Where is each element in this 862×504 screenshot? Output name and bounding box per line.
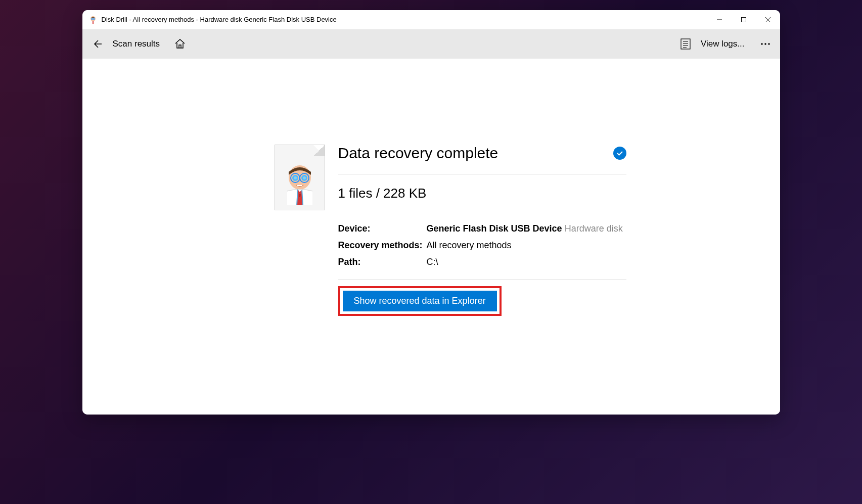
toolbar-right: View logs... xyxy=(680,38,771,50)
result-body: Data recovery complete 1 files / 228 KB … xyxy=(338,145,626,415)
detail-row-device: Device: Generic Flash Disk USB Device Ha… xyxy=(338,220,626,237)
app-icon xyxy=(88,15,98,24)
toolbar: Scan results View logs... xyxy=(82,29,780,59)
titlebar: Disk Drill - All recovery methods - Hard… xyxy=(82,10,780,29)
result-title: Data recovery complete xyxy=(338,145,498,162)
window-title: Disk Drill - All recovery methods - Hard… xyxy=(102,16,707,23)
app-window: Disk Drill - All recovery methods - Hard… xyxy=(82,10,780,415)
view-logs-button[interactable]: View logs... xyxy=(701,39,745,49)
svg-point-11 xyxy=(768,43,770,45)
success-check-icon xyxy=(613,147,626,160)
detail-row-methods: Recovery methods: All recovery methods xyxy=(338,237,626,254)
content-area: Data recovery complete 1 files / 228 KB … xyxy=(82,59,780,415)
close-button[interactable] xyxy=(756,10,780,29)
minimize-button[interactable] xyxy=(707,10,732,29)
device-label: Device: xyxy=(338,223,427,234)
window-controls xyxy=(707,10,780,29)
detail-row-path: Path: C:\ xyxy=(338,254,626,270)
svg-point-19 xyxy=(303,176,306,179)
svg-point-4 xyxy=(94,18,95,19)
path-value: C:\ xyxy=(427,257,626,267)
show-in-explorer-button[interactable]: Show recovered data in Explorer xyxy=(343,291,497,311)
files-summary: 1 files / 228 KB xyxy=(338,174,626,220)
more-options-button[interactable] xyxy=(760,38,771,50)
svg-point-9 xyxy=(761,43,763,45)
result-title-row: Data recovery complete xyxy=(338,145,626,174)
device-value: Generic Flash Disk USB Device Hardware d… xyxy=(427,223,626,234)
home-button[interactable] xyxy=(174,38,186,50)
doctor-avatar-icon xyxy=(282,160,317,205)
path-label: Path: xyxy=(338,257,427,267)
toolbar-left: Scan results xyxy=(92,38,187,50)
maximize-button[interactable] xyxy=(732,10,756,29)
recovery-methods-value: All recovery methods xyxy=(427,240,626,251)
svg-point-10 xyxy=(764,43,766,45)
result-file-icon xyxy=(275,145,325,210)
details-table: Device: Generic Flash Disk USB Device Ha… xyxy=(338,220,626,280)
back-button[interactable] xyxy=(92,38,103,50)
recovery-methods-label: Recovery methods: xyxy=(338,240,427,251)
svg-rect-7 xyxy=(741,17,746,22)
scan-results-label[interactable]: Scan results xyxy=(113,39,160,49)
svg-point-18 xyxy=(294,176,297,179)
logs-icon xyxy=(680,38,691,50)
svg-point-3 xyxy=(92,18,93,19)
highlighted-button-area: Show recovered data in Explorer xyxy=(338,286,502,316)
svg-rect-6 xyxy=(93,21,94,24)
